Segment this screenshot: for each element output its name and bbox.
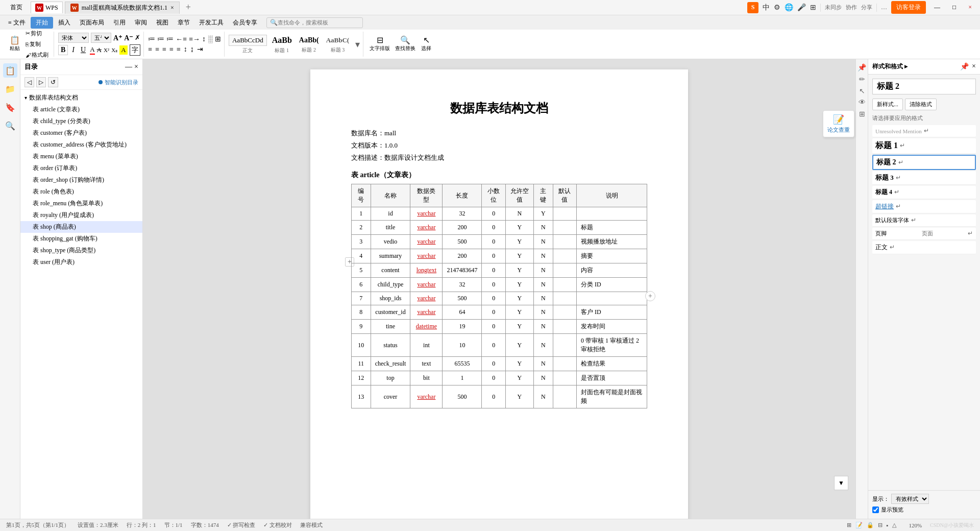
char-border-btn[interactable]: 字	[130, 44, 140, 56]
list-outline-btn[interactable]: ≔	[166, 35, 174, 43]
search-input[interactable]	[278, 19, 359, 26]
indent-btn[interactable]: ⇥	[197, 45, 203, 54]
unsync-label[interactable]: 未同步	[825, 4, 842, 11]
format-paint-btn[interactable]: 🖌 格式刷	[23, 50, 51, 60]
align-left-btn[interactable]: ≡	[148, 45, 152, 54]
para-space-btn[interactable]: ↨	[190, 45, 194, 54]
toc-item-4[interactable]: 表 menu (菜单表)	[20, 151, 142, 162]
toc-item-3[interactable]: 表 customer_address (客户收货地址)	[20, 139, 142, 151]
paste-btn[interactable]: 📋 粘贴	[7, 35, 22, 53]
align-decrement-btn[interactable]: ←≡	[176, 35, 187, 43]
font-size-select[interactable]: 五号	[91, 33, 111, 43]
more-icon[interactable]: …	[881, 4, 887, 11]
menu-page-layout[interactable]: 页面布局	[76, 16, 108, 29]
font-color-btn[interactable]: A	[90, 45, 94, 55]
toc-item-1[interactable]: 表 child_type (分类表)	[20, 115, 142, 127]
toc-item-2[interactable]: 表 customer (客户表)	[20, 127, 142, 139]
style-normal-preview[interactable]: AaBbCcDd	[229, 35, 267, 46]
essay-check-btn[interactable]: 📝 论文查重	[823, 110, 854, 137]
close-btn[interactable]: ×	[964, 3, 976, 12]
styles-dropdown-btn[interactable]: ▾	[355, 39, 360, 50]
toc-root-item[interactable]: ▾ 数据库表结构文档	[20, 92, 142, 104]
style-item-h1[interactable]: 标题 1 ↵	[872, 138, 976, 154]
right-eye-icon[interactable]: 👁	[859, 99, 866, 107]
right-cursor-icon[interactable]: ↖	[859, 87, 865, 95]
toc-next-btn[interactable]: ▷	[36, 77, 46, 87]
text-direction-btn[interactable]: ↕	[202, 35, 206, 43]
menu-review[interactable]: 审阅	[131, 16, 151, 29]
list-number-btn[interactable]: ≔	[157, 35, 164, 43]
smart-toc-btn[interactable]: 智能识别目录	[99, 79, 138, 86]
font-size-decrease-btn[interactable]: A⁻	[124, 34, 133, 42]
status-icon1[interactable]: ⊞	[847, 522, 851, 528]
tab-home[interactable]: 首页	[4, 1, 29, 14]
toc-item-7[interactable]: 表 role (角色表)	[20, 186, 142, 198]
tab-doc-close-icon[interactable]: ×	[170, 4, 174, 12]
italic-btn[interactable]: I	[70, 45, 77, 55]
superscript-btn[interactable]: X²	[104, 47, 109, 53]
toc-item-9[interactable]: 表 royalty (用户提成表)	[20, 209, 142, 221]
status-icon5[interactable]: ▪	[887, 522, 889, 528]
share-label[interactable]: 分享	[861, 4, 872, 11]
cloud-icon[interactable]: ⚙	[774, 3, 780, 12]
style-h2-preview[interactable]: AaBb(	[297, 35, 321, 45]
styles-panel-close-icon[interactable]: ×	[972, 62, 976, 71]
toc-item-5[interactable]: 表 order (订单表)	[20, 162, 142, 174]
right-pin-icon[interactable]: 📌	[857, 63, 866, 72]
style-h3-preview[interactable]: AaBbC(	[324, 35, 352, 45]
clear-format-btn[interactable]: 清除格式	[905, 99, 937, 110]
line-space-btn[interactable]: ↕	[184, 45, 187, 54]
align-increment-btn[interactable]: ≡→	[189, 35, 200, 43]
right-edit-icon[interactable]: ✏	[859, 75, 865, 84]
clear-format-icon[interactable]: ✗	[135, 34, 140, 42]
list-bullet-btn[interactable]: ≔	[148, 35, 155, 43]
toc-close-icon[interactable]: ×	[134, 63, 138, 71]
menu-reference[interactable]: 引用	[109, 16, 130, 29]
toc-item-8[interactable]: 表 role_menu (角色菜单表)	[20, 198, 142, 209]
style-item-h2[interactable]: 标题 2 ↵	[872, 155, 976, 170]
toc-icon[interactable]: 📋	[3, 63, 17, 78]
text-layout-btn[interactable]: ⊟ 文字排版	[368, 35, 392, 53]
style-item-body[interactable]: 正文 ↵	[872, 241, 976, 254]
toc-prev-btn[interactable]: ◁	[24, 77, 34, 87]
search-sidebar-icon[interactable]: 🔍	[3, 118, 17, 133]
apps-icon[interactable]: ⊞	[810, 3, 816, 12]
new-style-btn[interactable]: 新样式...	[872, 99, 903, 110]
distribute-btn[interactable]: ≡	[177, 45, 181, 54]
styles-panel-pin-icon[interactable]: 📌	[960, 62, 969, 71]
status-icon3[interactable]: 🔒	[867, 522, 874, 528]
subscript-btn[interactable]: X₂	[111, 47, 117, 54]
font-size-increase-btn[interactable]: A⁺	[113, 34, 122, 42]
style-item-default[interactable]: 默认段落字体 ↵	[872, 214, 976, 227]
highlight-btn[interactable]: A	[119, 45, 127, 55]
menu-vip[interactable]: 会员专享	[229, 16, 261, 29]
font-name-select[interactable]: 宋体	[58, 33, 89, 43]
tab-add-btn[interactable]: +	[182, 1, 195, 14]
justify-btn[interactable]: ≡	[169, 45, 174, 54]
find-replace-btn[interactable]: 🔍 查找替换	[393, 35, 418, 53]
maximize-btn[interactable]: □	[948, 3, 960, 12]
status-icon4[interactable]: ⊟	[878, 522, 883, 528]
page-down-btn[interactable]: ▼	[834, 476, 848, 490]
translate-icon[interactable]: 🌐	[785, 3, 793, 12]
align-center-btn[interactable]: ≡	[155, 45, 159, 54]
shurufa-icon[interactable]: S	[747, 2, 758, 13]
border-btn[interactable]: ⊞	[215, 35, 221, 43]
file-icon[interactable]: 📁	[3, 82, 17, 96]
bookmark-icon[interactable]: 🔖	[3, 100, 17, 114]
menu-view[interactable]: 视图	[152, 16, 173, 29]
align-right-btn[interactable]: ≡	[162, 45, 166, 54]
menu-insert[interactable]: 插入	[54, 16, 75, 29]
tab-wps[interactable]: W WPS	[31, 2, 63, 13]
style-item-h3[interactable]: 标题 3 ↵	[872, 171, 976, 185]
toc-item-6[interactable]: 表 order_shop (订购物详情)	[20, 174, 142, 186]
collab-label[interactable]: 协作	[846, 4, 857, 11]
search-bar[interactable]: 🔍	[266, 17, 363, 28]
menu-file[interactable]: ≡ 文件	[4, 16, 30, 29]
style-h1-preview[interactable]: AaBb	[270, 35, 294, 46]
toc-item-13[interactable]: 表 user (用户表)	[20, 256, 142, 268]
menu-dev-tools[interactable]: 开发工具	[195, 16, 228, 29]
toc-item-12[interactable]: 表 shop_type (商品类型)	[20, 245, 142, 256]
toc-item-11[interactable]: 表 shopping_gat (购物车)	[20, 233, 142, 245]
add-row-right-btn[interactable]: +	[645, 291, 655, 301]
